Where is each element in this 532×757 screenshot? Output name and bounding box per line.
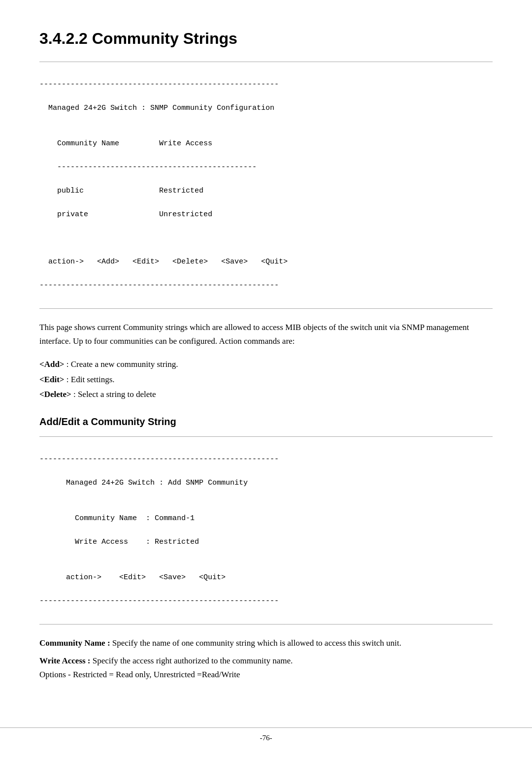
add-label: <Add> [39,360,65,369]
community-name-para: Community Name : Specify the name of one… [39,636,493,650]
list-item-edit: <Edit> : Edit settings. [39,372,493,388]
terminal1-sep-top: ----------------------------------------… [39,79,493,91]
write-access-text: Specify the access right authorized to t… [91,656,293,665]
page-title: 3.4.2.2 Community Strings [39,30,493,48]
edit-label: <Edit> [39,375,65,384]
list-container: <Add> : Create a new community string. <… [39,357,493,402]
community-name-text: Specify the name of one community string… [110,638,401,648]
page-number: -76- [260,734,272,742]
terminal2-community-name: Community Name : Command-1 [39,513,493,525]
community-name-bold: Community Name : [39,638,110,648]
delete-desc: : Select a string to delete [71,390,156,399]
terminal1-header: Managed 24+2G Switch : SNMP Community Co… [39,102,493,114]
terminal2-actions: action-> <Edit> <Save> <Quit> [39,572,493,584]
terminal1-actions: action-> <Add> <Edit> <Delete> <Save> <Q… [39,256,493,268]
terminal2-sep-top: ----------------------------------------… [39,454,493,465]
terminal2-header: Managed 24+2G Switch : Add SNMP Communit… [39,477,493,489]
terminal2-write-access: Write Access : Restricted [39,536,493,548]
write-access-bold: Write Access : [39,656,91,665]
add-desc: : Create a new community string. [65,360,178,369]
terminal1-sep-bot: ----------------------------------------… [39,280,493,292]
terminal2-sep-bot: ----------------------------------------… [39,595,493,607]
main-description: This page shows current Community string… [39,321,493,348]
list-item-add: <Add> : Create a new community string. [39,357,493,372]
terminal1-col-header: Community Name Write Access [39,138,493,150]
terminal1-row2: private Unrestricted [39,209,493,221]
edit-desc: : Edit settings. [65,375,115,384]
list-item-delete: <Delete> : Select a string to delete [39,387,493,402]
write-access-para: Write Access : Specify the access right … [39,654,493,682]
terminal-block-2: ----------------------------------------… [39,436,493,625]
bottom-description: Community Name : Specify the name of one… [39,636,493,682]
terminal-block-1: ----------------------------------------… [39,62,493,309]
terminal1-sep-mid: ----------------------------------------… [39,162,493,173]
delete-label: <Delete> [39,390,71,399]
options-text: Options - Restricted = Read only, Unrest… [39,670,240,679]
terminal1-row1: public Restricted [39,185,493,197]
page-footer: -76- [0,727,532,742]
subsection-title: Add/Edit a Community String [39,416,493,428]
